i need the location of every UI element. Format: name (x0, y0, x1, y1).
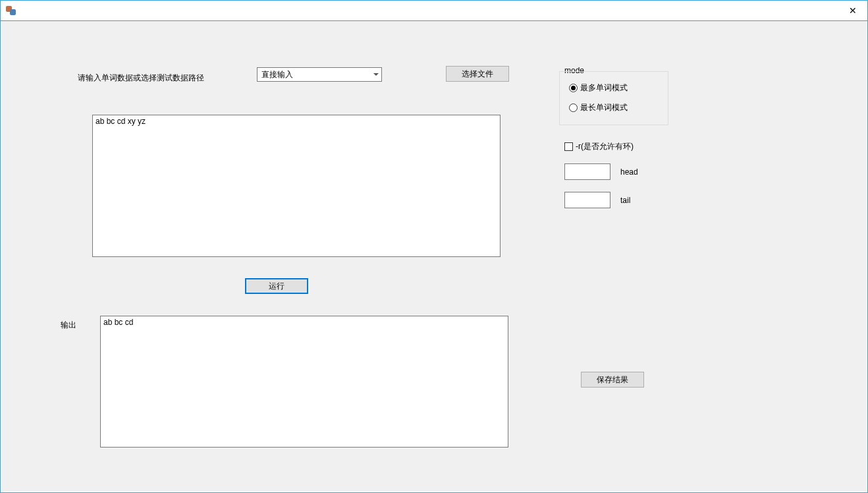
titlebar: ✕ (1, 1, 867, 21)
output-textarea[interactable] (100, 316, 508, 448)
input-method-select[interactable]: 直接输入 (257, 67, 382, 82)
app-icon (6, 5, 16, 16)
tail-input[interactable] (564, 192, 610, 208)
allow-cycle-label: -r(是否允许有环) (576, 141, 634, 152)
tail-label: tail (620, 196, 630, 205)
radio-most-words[interactable]: 最多单词模式 (569, 82, 628, 94)
client-area: 请输入单词数据或选择测试数据路径 直接输入 选择文件 运行 输出 mode 最多… (1, 21, 867, 492)
mode-groupbox: 最多单词模式 最长单词模式 (559, 71, 668, 125)
radio-most-words-label: 最多单词模式 (580, 82, 628, 94)
app-window: ✕ 请输入单词数据或选择测试数据路径 直接输入 选择文件 运行 输出 mode … (0, 0, 868, 493)
save-result-button-label: 保存结果 (597, 374, 628, 386)
radio-longest-words[interactable]: 最长单词模式 (569, 102, 628, 113)
input-prompt-label: 请输入单词数据或选择测试数据路径 (78, 72, 204, 84)
run-button[interactable]: 运行 (245, 278, 308, 294)
choose-file-button-label: 选择文件 (462, 69, 493, 80)
chevron-down-icon (373, 73, 379, 76)
radio-icon (569, 103, 578, 112)
radio-longest-words-label: 最长单词模式 (580, 102, 628, 113)
choose-file-button[interactable]: 选择文件 (446, 66, 509, 82)
close-icon[interactable]: ✕ (838, 1, 867, 20)
head-label: head (620, 167, 638, 177)
input-textarea[interactable] (92, 115, 501, 257)
head-input[interactable] (564, 163, 610, 180)
allow-cycle-checkbox[interactable]: -r(是否允许有环) (564, 141, 634, 152)
run-button-label: 运行 (269, 281, 285, 292)
save-result-button[interactable]: 保存结果 (581, 372, 644, 388)
input-method-selected: 直接输入 (261, 69, 293, 80)
radio-icon (569, 84, 578, 92)
checkbox-icon (564, 142, 573, 151)
output-label: 输出 (61, 320, 76, 331)
